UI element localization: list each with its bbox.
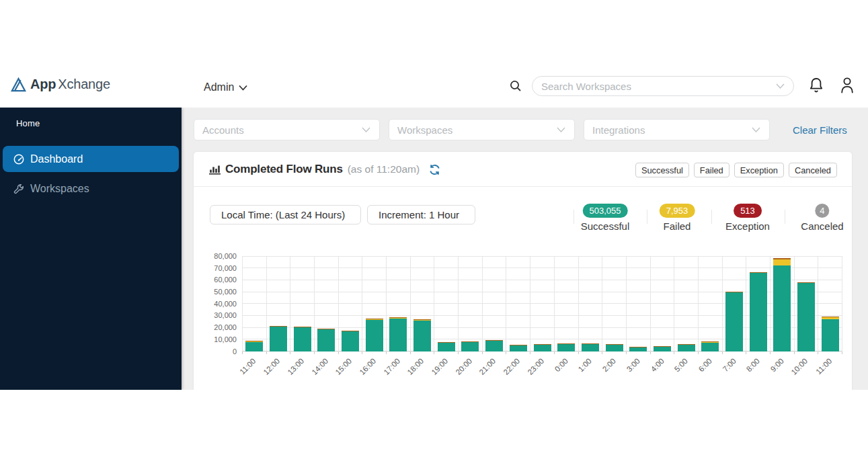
stat-canceled: 4 Canceled [801, 204, 843, 232]
legend-button-exception[interactable]: Exception [734, 163, 784, 177]
chart-y-axis-label: 60,000 [214, 276, 237, 284]
chart-y-axis-label: 40,000 [214, 300, 237, 308]
chart-x-axis-tick [842, 351, 842, 354]
bar-segment-successful [629, 347, 647, 351]
chart-bar-0:00[interactable] [557, 343, 575, 351]
chart-gridline-vertical [338, 256, 339, 351]
chart-gridline-vertical [506, 256, 506, 351]
search-input[interactable] [532, 81, 776, 92]
chart-bar-11:00[interactable] [245, 341, 263, 351]
chart-bar-12:00[interactable] [270, 326, 287, 351]
chart-gridline-vertical [362, 256, 362, 351]
chart-bar-16:00[interactable] [366, 319, 383, 351]
bar-segment-successful [557, 344, 575, 351]
bar-segment-successful [342, 331, 359, 351]
sidebar-item-dashboard[interactable]: Dashboard [3, 146, 179, 172]
chart-bar-4:00[interactable] [654, 346, 671, 351]
chart-bar-10:00[interactable] [797, 282, 815, 351]
chart-gridline-vertical [626, 256, 627, 351]
workspaces-filter-select[interactable]: Workspaces [389, 119, 575, 140]
chart-x-axis-tick [722, 351, 723, 354]
chart-gridline-vertical [458, 256, 459, 351]
chart-bar-23:00[interactable] [534, 344, 551, 351]
legend-button-successful[interactable]: Successful [635, 163, 689, 177]
chart-gridline-vertical [386, 256, 387, 351]
chart-bar-15:00[interactable] [342, 331, 359, 351]
integrations-filter-select[interactable]: Integrations [584, 119, 770, 140]
chart-y-axis-label: 30,000 [214, 311, 237, 319]
stat-divider [785, 210, 785, 224]
chart-gridline-vertical [434, 256, 434, 351]
sidebar-item-workspaces[interactable]: Workspaces [3, 175, 179, 202]
legend-buttons: Successful Failed Exception Canceled [635, 163, 837, 177]
chart-gridline-vertical [722, 256, 723, 351]
chart-bar-22:00[interactable] [510, 345, 527, 351]
chart-x-axis-tick [602, 351, 602, 354]
chart-gridline-vertical [290, 256, 290, 351]
stat-exception: 513 Exception [725, 204, 770, 232]
chart-x-axis-tick [338, 351, 339, 354]
sidebar-item-label: Dashboard [30, 153, 83, 165]
chart-bar-18:00[interactable] [413, 319, 431, 351]
chart-x-axis-label: 2:00 [601, 357, 617, 373]
chart-bar-19:00[interactable] [438, 342, 455, 351]
chart-x-axis-tick [554, 351, 555, 354]
chart-gridline-vertical [770, 256, 771, 351]
chart-bar-5:00[interactable] [678, 344, 695, 351]
increment-select[interactable]: Increment: 1 Hour [367, 205, 475, 224]
chart-bar-11:00[interactable] [822, 317, 839, 351]
chart-x-axis-label: 4:00 [649, 357, 665, 373]
bar-segment-successful [750, 273, 767, 351]
chart-bar-20:00[interactable] [461, 341, 479, 351]
top-header: AppXchange Admin [0, 67, 868, 108]
chart-gridline-vertical [650, 256, 651, 351]
canceled-stat-label: Canceled [801, 220, 843, 232]
refresh-icon[interactable] [429, 164, 440, 175]
exception-stat-label: Exception [725, 220, 770, 232]
bar-segment-successful [438, 343, 455, 351]
appxchange-logo[interactable]: AppXchange [10, 76, 110, 93]
chart-bar-1:00[interactable] [582, 343, 599, 351]
chart-bar-7:00[interactable] [725, 292, 743, 351]
chart-bar-21:00[interactable] [485, 340, 503, 351]
chart-bar-13:00[interactable] [294, 327, 311, 351]
chart-x-axis-tick [650, 351, 651, 354]
notification-bell-icon[interactable] [809, 77, 824, 94]
chart-bar-6:00[interactable] [701, 341, 719, 351]
search-icon[interactable] [510, 80, 522, 92]
admin-menu[interactable]: Admin [204, 67, 247, 108]
clear-filters-link[interactable]: Clear Filters [793, 119, 847, 140]
chevron-down-icon[interactable] [776, 83, 785, 89]
chart-gridline-horizontal [243, 256, 842, 257]
legend-button-failed[interactable]: Failed [694, 163, 729, 177]
time-range-select[interactable]: Local Time: (Last 24 Hours) [210, 205, 361, 224]
user-profile-icon[interactable] [840, 76, 855, 94]
bar-segment-successful [797, 283, 815, 351]
chart-bar-2:00[interactable] [606, 344, 623, 351]
chart-gridline-horizontal [243, 267, 842, 268]
bar-segment-successful [413, 321, 431, 351]
sidebar-nav: Home Dashboard Workspaces [0, 108, 182, 390]
failed-stat-label: Failed [660, 220, 695, 232]
chart-bar-9:00[interactable] [773, 258, 791, 351]
chart-x-axis-label: 12:00 [262, 357, 282, 376]
bar-segment-successful [485, 341, 503, 351]
chart-x-axis-label: 17:00 [382, 357, 401, 376]
legend-button-canceled[interactable]: Canceled [789, 163, 837, 177]
chart-bar-14:00[interactable] [317, 329, 335, 351]
accounts-filter-select[interactable]: Accounts [194, 119, 380, 140]
chart-bar-8:00[interactable] [750, 272, 767, 351]
card-title-row: Completed Flow Runs (as of 11:20am) [225, 152, 440, 187]
chart-x-axis-label: 13:00 [286, 357, 305, 376]
chart-x-axis-label: 3:00 [625, 357, 641, 373]
chevron-down-icon [557, 127, 565, 132]
chart-gridline-vertical [410, 256, 411, 351]
chart-bar-17:00[interactable] [389, 317, 407, 351]
failed-count-badge: 7,953 [660, 204, 695, 218]
card-as-of-time: (as of 11:20am) [348, 163, 420, 175]
chart-bar-3:00[interactable] [629, 347, 647, 351]
chart-x-axis-label: 15:00 [334, 357, 354, 376]
gauge-icon [13, 154, 24, 165]
chevron-down-icon [752, 127, 760, 132]
chart-x-axis-tick [674, 351, 674, 354]
